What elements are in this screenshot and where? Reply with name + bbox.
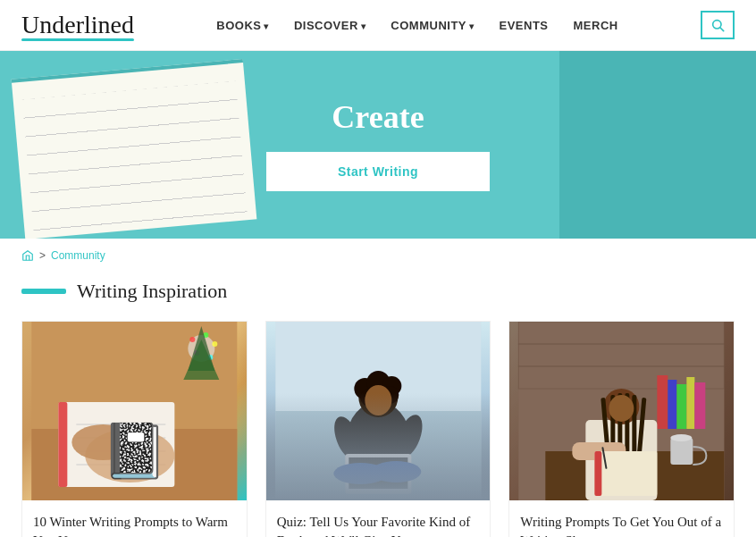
card-3-body: Writing Prompts To Get You Out of a Writ… <box>509 500 734 537</box>
card-3[interactable]: Writing Prompts To Get You Out of a Writ… <box>508 321 735 537</box>
card-1[interactable]: 10 Winter Writing Prompts to Warm You Up <box>21 321 248 537</box>
svg-rect-44 <box>658 375 668 429</box>
svg-rect-60 <box>595 451 602 496</box>
nav-item-discover[interactable]: DISCOVER▾ <box>294 17 365 33</box>
svg-point-24 <box>347 402 409 474</box>
svg-point-37 <box>371 461 421 482</box>
svg-rect-45 <box>668 380 677 429</box>
chevron-down-icon: ▾ <box>361 21 366 31</box>
nav-item-merch[interactable]: MERCH <box>574 17 618 33</box>
svg-rect-48 <box>695 382 706 429</box>
section-title: Writing Inspiration <box>77 280 227 303</box>
main-nav: Underlined BOOKS▾ DISCOVER▾ COMMUNITY▾ E… <box>0 0 756 51</box>
nav-item-books[interactable]: BOOKS▾ <box>216 17 269 33</box>
start-writing-button[interactable]: Start Writing <box>266 152 490 191</box>
nav-link-community[interactable]: COMMUNITY▾ <box>391 19 474 32</box>
card-2-body: Quiz: Tell Us Your Favorite Kind of Book… <box>266 500 491 537</box>
card-3-image-svg <box>509 322 734 500</box>
svg-rect-12 <box>122 430 137 465</box>
svg-rect-46 <box>677 384 687 429</box>
svg-point-57 <box>609 395 634 422</box>
nav-link-merch[interactable]: MERCH <box>574 19 618 32</box>
svg-rect-22 <box>275 411 481 500</box>
card-2-title: Quiz: Tell Us Your Favorite Kind of Book… <box>277 513 480 537</box>
breadcrumb: > Community <box>0 239 756 273</box>
nav-link-discover[interactable]: DISCOVER▾ <box>294 19 365 32</box>
nav-links: BOOKS▾ DISCOVER▾ COMMUNITY▾ EVENTS MERCH <box>216 17 617 33</box>
svg-rect-34 <box>345 454 411 494</box>
search-button[interactable] <box>701 11 735 39</box>
svg-point-11 <box>71 424 134 460</box>
hero-bg-right <box>559 51 756 239</box>
nav-link-events[interactable]: EVENTS <box>500 19 549 32</box>
card-1-title: 10 Winter Writing Prompts to Warm You Up <box>33 513 236 537</box>
card-2-image-svg <box>266 322 491 500</box>
hero-section: Create Start Writing <box>0 51 756 239</box>
svg-line-1 <box>720 28 724 31</box>
notebook-decoration <box>12 59 257 239</box>
breadcrumb-community[interactable]: Community <box>51 249 105 262</box>
svg-rect-47 <box>687 377 695 429</box>
svg-point-16 <box>212 341 217 347</box>
hero-content: Create Start Writing <box>266 98 490 191</box>
breadcrumb-separator: > <box>39 249 46 262</box>
card-3-image <box>509 322 734 500</box>
section-header: Writing Inspiration <box>21 280 735 303</box>
chevron-down-icon: ▾ <box>469 21 475 31</box>
svg-point-32 <box>329 413 365 462</box>
svg-point-36 <box>333 463 387 484</box>
card-2-image <box>266 322 491 500</box>
logo-underline <box>21 38 134 41</box>
nav-link-books[interactable]: BOOKS▾ <box>216 19 269 32</box>
svg-point-63 <box>671 434 693 441</box>
svg-point-14 <box>189 337 195 342</box>
section-accent-bar <box>21 289 66 294</box>
svg-rect-5 <box>58 402 67 487</box>
cards-grid: 10 Winter Writing Prompts to Warm You Up <box>21 321 735 537</box>
writing-inspiration-section: Writing Inspiration <box>0 273 756 537</box>
svg-rect-23 <box>275 322 481 500</box>
svg-rect-62 <box>671 438 693 465</box>
card-1-image <box>22 322 247 500</box>
svg-point-28 <box>382 376 401 396</box>
hero-title: Create <box>332 98 424 136</box>
svg-point-31 <box>365 385 391 415</box>
chevron-down-icon: ▾ <box>264 21 269 31</box>
card-2[interactable]: Quiz: Tell Us Your Favorite Kind of Book… <box>265 321 491 537</box>
card-1-body: 10 Winter Writing Prompts to Warm You Up <box>22 500 247 537</box>
card-1-image-svg <box>22 322 247 500</box>
site-logo[interactable]: Underlined <box>21 11 134 39</box>
nav-item-community[interactable]: COMMUNITY▾ <box>391 17 474 33</box>
home-icon[interactable] <box>21 249 34 262</box>
svg-rect-35 <box>349 457 407 489</box>
nav-item-events[interactable]: EVENTS <box>500 17 549 33</box>
card-3-title: Writing Prompts To Get You Out of a Writ… <box>520 513 723 537</box>
logo-text: Underlined <box>21 11 134 38</box>
svg-point-33 <box>391 411 427 460</box>
search-icon <box>710 18 725 32</box>
